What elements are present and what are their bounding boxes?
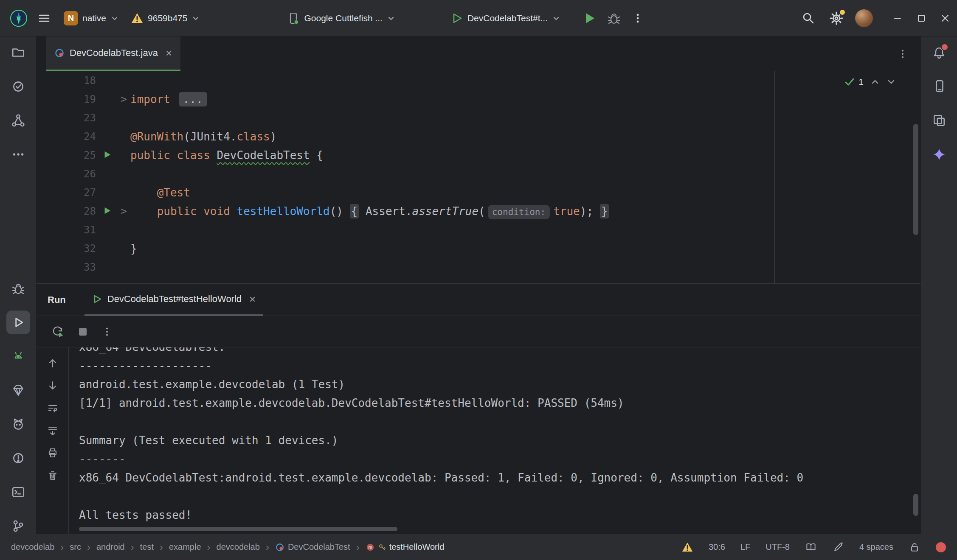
run-button[interactable] <box>579 8 600 28</box>
breadcrumb-item[interactable]: src <box>70 542 81 552</box>
clear-console-trash-icon[interactable] <box>43 464 62 487</box>
reader-mode-icon[interactable] <box>805 541 817 553</box>
stylus-pen-icon[interactable] <box>832 541 844 553</box>
code-token: } <box>600 204 609 218</box>
logcat-icon[interactable] <box>6 412 30 436</box>
code-token: DevCodelabTest <box>217 149 310 162</box>
cursor-position[interactable]: 30:6 <box>709 542 725 552</box>
breadcrumb-item[interactable]: DevCodelabTest <box>275 542 350 552</box>
device-selector[interactable]: Google Cuttlefish ... <box>283 8 399 28</box>
run-test-gutter-icon[interactable] <box>103 206 112 216</box>
title-bar: N native 9659b475 Google Cuttlefish ... … <box>0 0 957 36</box>
gutter <box>96 221 130 239</box>
project-folder-icon[interactable] <box>6 41 30 64</box>
code-token: ); <box>580 205 593 218</box>
editor-tab-bar: DevCodelabTest.java × <box>37 36 920 71</box>
editor[interactable]: 1819>import ...2324@RunWith(JUnit4.class… <box>37 71 920 283</box>
breadcrumb-label: testHelloWorld <box>389 542 445 552</box>
commit-icon[interactable] <box>6 75 30 98</box>
fold-arrow-icon[interactable]: > <box>121 202 127 221</box>
error-indicator[interactable] <box>936 542 946 552</box>
chevron-down-icon <box>110 14 119 22</box>
gemini-star-icon[interactable] <box>927 143 951 166</box>
console-vertical-scrollbar-thumb[interactable] <box>913 494 918 516</box>
print-icon[interactable] <box>43 442 62 464</box>
scroll-to-end-icon[interactable] <box>43 419 62 442</box>
vcs-widget[interactable]: 9659b475 <box>127 8 204 28</box>
encoding-indicator[interactable]: UTF-8 <box>766 542 790 552</box>
lock-icon[interactable] <box>909 541 920 553</box>
line-number: 23 <box>37 109 96 127</box>
soft-wrap-icon[interactable] <box>43 397 62 419</box>
breadcrumb-item[interactable]: example <box>169 542 201 552</box>
inspection-ok-badge[interactable]: 1 <box>844 76 864 87</box>
editor-tab[interactable]: DevCodelabTest.java × <box>46 36 180 71</box>
activity-bar-left <box>0 36 37 534</box>
project-name: native <box>82 13 106 23</box>
code-line: 18 <box>37 71 920 90</box>
user-avatar[interactable] <box>855 9 873 27</box>
fold-arrow-icon[interactable]: > <box>121 90 127 109</box>
code-line: 19>import ... <box>37 90 920 109</box>
stop-icon[interactable] <box>77 326 88 337</box>
code-token: public <box>130 149 170 162</box>
gutter: > <box>96 90 130 109</box>
editor-scrollbar-thumb[interactable] <box>913 124 918 235</box>
settings-gear-icon[interactable] <box>826 8 847 28</box>
notifications-bell-icon[interactable] <box>927 41 951 64</box>
breadcrumb-label: devcodelab <box>11 542 54 552</box>
code-area: 1819>import ...2324@RunWith(JUnit4.class… <box>37 71 920 277</box>
run-panel-tab[interactable]: DevCodelabTest#testHelloWorld × <box>84 284 264 316</box>
app-quality-insights-gem-icon[interactable] <box>6 378 30 402</box>
search-everywhere-icon[interactable] <box>798 8 819 28</box>
tab-options-kebab-icon[interactable] <box>897 48 909 60</box>
run-tool-icon[interactable] <box>6 311 30 334</box>
code-line: 23 <box>37 109 920 127</box>
line-ending-indicator[interactable]: LF <box>740 542 750 552</box>
debug-button[interactable] <box>604 8 624 28</box>
problems-icon[interactable] <box>6 446 30 470</box>
run-configuration-selector[interactable]: DevCodelabTest#t... <box>446 8 565 28</box>
console-more-kebab-icon[interactable] <box>101 326 113 338</box>
tab-close-icon[interactable]: × <box>166 48 172 59</box>
test-console[interactable]: x86_64 DevCodelabTest:------------------… <box>69 347 920 534</box>
window-minimize-button[interactable] <box>886 0 909 36</box>
prev-inspection-chevron-up-icon[interactable] <box>870 77 880 87</box>
previous-occurrence-up-icon[interactable] <box>43 352 62 374</box>
terminal-icon[interactable] <box>6 480 30 504</box>
next-occurrence-down-icon[interactable] <box>43 374 62 397</box>
run-tab-close-icon[interactable]: × <box>249 294 256 305</box>
breadcrumb-item[interactable]: devcodelab <box>217 542 260 552</box>
console-horizontal-scrollbar-thumb[interactable] <box>79 527 397 531</box>
rerun-icon[interactable] <box>51 325 65 339</box>
indent-indicator[interactable]: 4 spaces <box>859 542 893 552</box>
breadcrumb: devcodelab›src›android›test›example›devc… <box>11 541 444 553</box>
console-line <box>79 487 920 506</box>
code-token: { <box>350 204 359 218</box>
code-token: { <box>310 149 323 162</box>
breadcrumb-item[interactable]: devcodelab <box>11 542 54 552</box>
code-line: 33 <box>37 258 920 277</box>
breadcrumb-item[interactable]: mtestHelloWorld <box>366 542 445 552</box>
status-warning-icon[interactable] <box>681 541 693 553</box>
window-maximize-button[interactable] <box>909 0 933 36</box>
code-token: ... <box>179 92 207 106</box>
device-manager-icon[interactable] <box>927 75 951 98</box>
debug-tool-icon[interactable] <box>6 277 30 300</box>
code-token <box>130 205 157 218</box>
more-actions-icon[interactable] <box>628 8 648 28</box>
console-line: [1/1] android.test.example.devcodelab.De… <box>79 394 920 412</box>
run-test-gutter-icon[interactable] <box>103 150 112 160</box>
breadcrumb-item[interactable]: test <box>140 542 154 552</box>
breadcrumb-item[interactable]: android <box>96 542 125 552</box>
layout-inspector-icon[interactable] <box>927 109 951 132</box>
window-close-button[interactable] <box>933 0 957 36</box>
code-line: 32} <box>37 239 920 258</box>
structure-icon[interactable] <box>6 109 30 132</box>
running-devices-android-icon[interactable] <box>6 344 30 368</box>
gutter <box>96 258 130 277</box>
more-tool-windows-icon[interactable] <box>6 143 30 166</box>
project-widget[interactable]: N native <box>59 8 123 29</box>
next-inspection-chevron-down-icon[interactable] <box>887 77 896 87</box>
main-menu-icon[interactable] <box>34 8 54 28</box>
